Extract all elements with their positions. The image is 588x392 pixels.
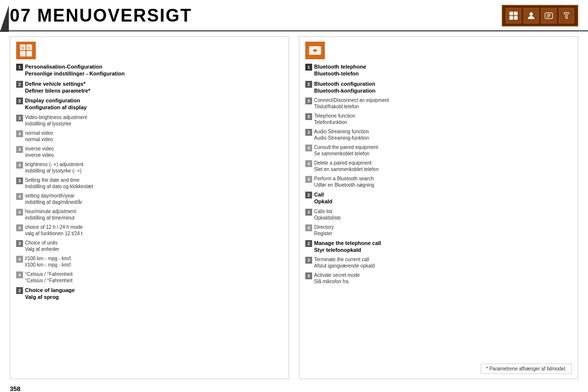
svg-rect-0 [510, 12, 514, 16]
left-item-7: 4 brightness (- +) adjustment indstillin… [16, 161, 283, 174]
svg-text:C: C [28, 46, 30, 49]
item-secondary: Valg af enheder [25, 246, 59, 252]
right-column: 1 Bluetooth telephone Bluetooth-telefon … [299, 36, 578, 379]
svg-rect-12 [26, 51, 32, 56]
item-primary: Directory [314, 224, 334, 230]
item-secondary: indstilling af time/minut [25, 215, 76, 221]
item-secondary: Opkald [314, 198, 332, 205]
header-icon-2 [523, 8, 539, 24]
item-primary: normal video [25, 130, 53, 136]
level-badge: 4 [305, 145, 312, 151]
left-item-6: 4 inverse video inverse video [16, 146, 283, 158]
item-primary: Manage the telephone call [314, 240, 381, 246]
item-secondary: indstilling af dag/måned/år [25, 199, 82, 205]
item-primary: Bluetooth configuration [314, 80, 375, 87]
right-item-8: 4 Perform a Bluetooth search Udfør en Bl… [305, 175, 572, 188]
footnote-area: * Parametrene afhænger af bilmodel. [305, 364, 572, 374]
item-secondary: inverse video [25, 152, 54, 158]
svg-point-16 [314, 49, 316, 51]
item-secondary: Bluetooth-konfiguration [314, 87, 375, 94]
left-item-15: 2 Choice of language Valg af sprog [16, 287, 283, 301]
left-item-8: 3 Setting the date and time Indstilling … [16, 177, 283, 190]
level-badge: 4 [16, 193, 23, 200]
svg-rect-11 [20, 51, 25, 56]
level-badge: 4 [16, 162, 23, 169]
right-item-14: 3 Activate secret mode Slå mikrofon fra [305, 272, 572, 285]
right-item-10: 3 Calls list Opkaldsliste [305, 208, 572, 221]
level-badge: 4 [305, 224, 312, 231]
level-badge: 3 [305, 98, 312, 104]
item-secondary: Slet en sammenkoblet telefon [314, 166, 379, 172]
level-badge: 3 [305, 113, 312, 120]
svg-rect-1 [514, 12, 518, 16]
header-icon-3 [541, 8, 557, 24]
item-primary: Connect/Disconnect an equipment [314, 97, 389, 103]
svg-rect-2 [510, 16, 514, 20]
page-number: 358 [10, 385, 21, 392]
item-secondary: Valg af sprog [25, 294, 74, 300]
right-col-icon [305, 42, 325, 59]
level-badge: 3 [305, 272, 312, 279]
right-item-3: 3 Connect/Disconnect an equipment Tilslu… [305, 97, 572, 110]
left-column: G C 1 Personalisation-Configuration Pers… [10, 36, 289, 379]
item-secondary: l/100 km - mpg - km/l [25, 262, 71, 268]
item-primary: setting day/month/year [25, 193, 82, 199]
left-item-11: 4 choice of 12 h / 24 h mode valg af fun… [16, 224, 283, 237]
level-badge: 3 [305, 209, 312, 216]
left-item-2: 2 Define vehicle settings* Definer bilen… [16, 80, 283, 95]
item-secondary: Audio Streaming-funktion [314, 135, 369, 141]
level-badge: 3 [16, 177, 23, 184]
item-primary: hour/minute adjustment [25, 208, 76, 215]
item-secondary: Personlige indstillinger - Konfiguration [25, 70, 125, 77]
level-badge: 3 [305, 129, 312, 136]
item-secondary: Definer bilens parametre* [25, 87, 90, 94]
footnote-box: * Parametrene afhænger af bilmodel. [481, 364, 572, 374]
level-badge: 3 [16, 240, 23, 247]
item-secondary: Indstilling af lysstyrke [25, 121, 87, 127]
item-secondary: Se sammenkoblet telefon [314, 150, 378, 157]
left-col-icon: G C [16, 42, 36, 59]
level-badge: 2 [16, 287, 23, 294]
left-item-13: 4 l/100 km - mpg - km/l l/100 km - mpg -… [16, 255, 283, 268]
item-secondary: valg af funktionen 12 t/24 t [25, 230, 83, 237]
level-badge: 4 [16, 271, 23, 278]
item-secondary: normal video [25, 136, 53, 143]
item-primary: Delete a paired equipment [314, 160, 379, 166]
page-title: 07 MENUOVERSIGT [10, 5, 192, 26]
right-item-5: 3 Audio Streaming function Audio Streami… [305, 128, 572, 141]
item-secondary: Styr telefonopkald [314, 246, 381, 253]
item-secondary: indstilling af lysstyrke (- +) [25, 168, 83, 174]
item-primary: Perform a Bluetooth search [314, 175, 374, 182]
item-primary: Personalisation-Configuration [25, 63, 125, 70]
left-item-3: 2 Display configuration Konfiguration af… [16, 97, 283, 111]
footnote-text: * Parametrene afhænger af bilmodel. [486, 366, 566, 371]
item-primary: °Celsius / °Fahrenheit [25, 271, 73, 277]
item-secondary: Udfør en Bluetooth-søgning [314, 182, 374, 188]
level-badge: 4 [16, 256, 23, 263]
right-item-13: 3 Terminate the current call Afslut igan… [305, 256, 572, 269]
level-badge: 2 [16, 98, 23, 104]
item-secondary: Register [314, 230, 334, 237]
right-item-9: 2 Call Opkald [305, 191, 572, 205]
item-primary: inverse video [25, 146, 54, 152]
item-primary: Choice of units [25, 240, 59, 246]
level-badge: 4 [16, 224, 23, 231]
item-primary: Activate secret mode [314, 272, 360, 278]
item-primary: Define vehicle settings* [25, 80, 90, 87]
level-badge: 4 [16, 146, 23, 153]
item-primary: brightness (- +) adjustment [25, 161, 83, 168]
level-badge: 3 [16, 115, 23, 122]
left-item-1: 1 Personalisation-Configuration Personli… [16, 63, 283, 77]
left-item-14: 4 °Celsius / °Fahrenheit °Celsius / °Fah… [16, 271, 283, 284]
right-item-7: 4 Delete a paired equipment Slet en samm… [305, 160, 572, 172]
item-secondary: °Celsius / °Fahrenheit [25, 277, 73, 284]
header-icon-box [502, 5, 578, 26]
right-item-4: 3 Telephone function Telefonfunktion [305, 113, 572, 125]
item-primary: choice of 12 h / 24 h mode [25, 224, 83, 230]
right-item-1: 1 Bluetooth telephone Bluetooth-telefon [305, 63, 572, 77]
level-badge: 4 [16, 209, 23, 216]
item-primary: Calls list [314, 208, 341, 215]
page-footer: 358 [0, 384, 588, 392]
item-primary: Video-brightness adjustment [25, 114, 87, 121]
left-item-5: 4 normal video normal video [16, 130, 283, 143]
